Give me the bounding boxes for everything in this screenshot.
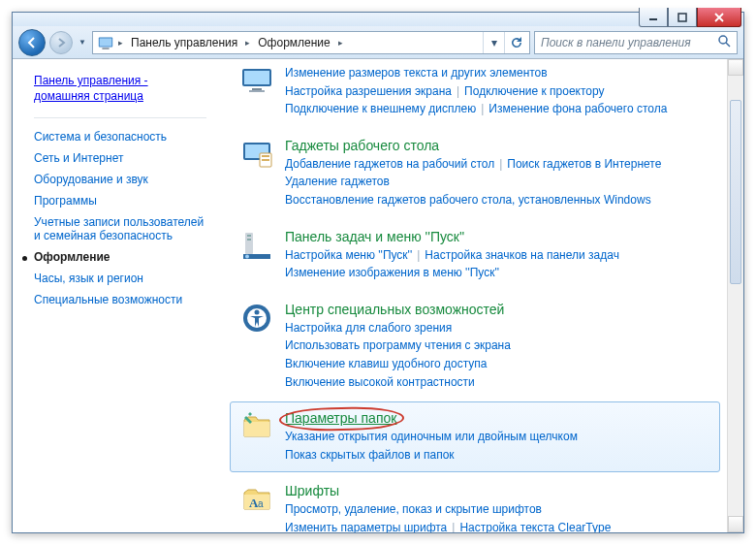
divider [34,117,206,118]
category-ease-of-access: Центр специальных возможностей Настройка… [230,293,720,400]
link-taskbar-icons[interactable]: Настройка значков на панели задач [425,248,619,262]
link-high-contrast[interactable]: Включение высокой контрастности [285,375,475,389]
chevron-right-icon: ▸ [336,38,345,48]
svg-rect-14 [262,159,269,161]
sidebar: Панель управления - домашняя страница Си… [13,59,220,532]
svg-rect-1 [678,14,686,21]
sidebar-home-link[interactable]: Панель управления - домашняя страница [34,74,148,103]
category-title-taskbar[interactable]: Панель задач и меню ''Пуск'' [285,229,464,244]
svg-rect-8 [252,88,262,90]
close-button[interactable] [697,8,741,27]
sidebar-item-appearance[interactable]: Оформление [34,250,110,264]
link-low-vision[interactable]: Настройка для слабого зрения [285,321,452,335]
minimize-button[interactable] [639,8,668,27]
link-font-settings[interactable]: Изменить параметры шрифта [285,521,447,532]
search-box[interactable]: Поиск в панели управления [534,31,738,54]
category-display: Изменение размеров текста и других элеме… [230,63,720,127]
sidebar-item-system[interactable]: Система и безопасность [34,130,167,144]
search-icon [717,34,731,50]
link-find-gadgets[interactable]: Поиск гаджетов в Интернете [507,157,661,171]
folder-options-icon [240,410,273,443]
svg-point-5 [719,36,727,44]
svg-rect-13 [262,155,269,157]
vertical-scrollbar[interactable] [727,59,743,532]
link-start-picture[interactable]: Изменение изображения в меню ''Пуск'' [285,266,499,279]
maximize-button[interactable] [668,8,697,27]
sidebar-item-clock[interactable]: Часы, язык и регион [34,272,143,285]
scroll-up-button[interactable] [728,59,743,76]
link-external-display[interactable]: Подключение к внешнему дисплею [285,102,476,115]
sidebar-item-hardware[interactable]: Оборудование и звук [34,173,148,186]
svg-text:a: a [258,498,264,509]
svg-rect-23 [244,422,269,436]
svg-rect-16 [247,235,251,237]
chevron-right-icon: ▸ [116,38,125,48]
scroll-down-button[interactable] [728,516,743,532]
refresh-button[interactable] [504,32,525,53]
link-resolution[interactable]: Настройка разрешения экрана [285,84,452,98]
control-panel-icon [97,34,114,51]
svg-rect-9 [249,90,265,92]
chevron-right-icon: ▸ [243,38,252,48]
link-text-size[interactable]: Изменение размеров текста и других элеме… [285,66,548,80]
svg-rect-3 [100,38,112,46]
link-start-menu[interactable]: Настройка меню ''Пуск'' [285,248,412,262]
ease-of-access-icon [240,302,273,335]
svg-point-22 [255,309,260,314]
breadcrumb-root[interactable]: Панель управления [127,36,241,49]
svg-rect-4 [102,48,109,48]
svg-rect-17 [247,239,251,240]
category-gadgets: Гаджеты рабочего стола Добавление гаджет… [230,129,720,218]
svg-rect-0 [649,18,657,20]
category-title-folder-options[interactable]: Параметры папок [285,410,396,426]
svg-point-19 [245,254,249,258]
link-projector[interactable]: Подключение к проектору [464,84,605,98]
link-cleartype[interactable]: Настройка текста ClearType [459,521,611,532]
sidebar-item-users[interactable]: Учетные записи пользователей и семейная … [34,215,204,242]
sidebar-item-network[interactable]: Сеть и Интернет [34,151,123,165]
svg-rect-7 [244,71,269,84]
fonts-icon: Aa [240,483,273,516]
back-button[interactable] [18,29,46,56]
link-easy-keys[interactable]: Включение клавиш удобного доступа [285,357,488,370]
category-title-gadgets[interactable]: Гаджеты рабочего стола [285,138,439,153]
sidebar-item-programs[interactable]: Программы [34,194,97,208]
taskbar-icon [240,229,273,262]
titlebar [13,13,743,26]
link-show-hidden[interactable]: Показ скрытых файлов и папок [285,448,455,462]
sidebar-item-ease[interactable]: Специальные возможности [34,293,182,306]
main-content: Изменение размеров текста и других элеме… [220,59,743,532]
history-dropdown[interactable]: ▼ [77,38,88,47]
category-fonts: Aa Шрифты Просмотр, удаление, показ и ск… [230,474,720,532]
display-icon [240,64,273,97]
link-single-double-click[interactable]: Указание открытия одиночным или двойным … [285,430,578,443]
link-add-gadgets[interactable]: Добавление гаджетов на рабочий стол [285,157,494,171]
link-fonts-manage[interactable]: Просмотр, удаление, показ и скрытие шриф… [285,502,542,516]
gadgets-icon [240,138,273,171]
navbar: ▼ ▸ Панель управления ▸ Оформление ▸ ▾ П… [13,26,743,59]
breadcrumb-current[interactable]: Оформление [254,36,333,49]
window-frame: ▼ ▸ Панель управления ▸ Оформление ▸ ▾ П… [12,12,744,533]
link-screen-reader[interactable]: Использовать программу чтения с экрана [285,338,511,352]
address-dropdown[interactable]: ▾ [483,32,504,53]
category-taskbar: Панель задач и меню ''Пуск'' Настройка м… [230,220,720,291]
category-title-ease[interactable]: Центр специальных возможностей [285,302,504,317]
link-remove-gadgets[interactable]: Удаление гаджетов [285,175,390,188]
link-restore-gadgets[interactable]: Восстановление гаджетов рабочего стола, … [285,193,651,207]
search-placeholder: Поиск в панели управления [541,36,691,49]
scroll-thumb[interactable] [730,100,741,284]
forward-button[interactable] [49,31,73,54]
address-bar[interactable]: ▸ Панель управления ▸ Оформление ▸ ▾ [92,31,530,54]
category-folder-options[interactable]: Параметры папок Указание открытия одиноч… [230,401,720,472]
category-title-fonts[interactable]: Шрифты [285,483,339,498]
link-wallpaper[interactable]: Изменение фона рабочего стола [488,102,667,115]
